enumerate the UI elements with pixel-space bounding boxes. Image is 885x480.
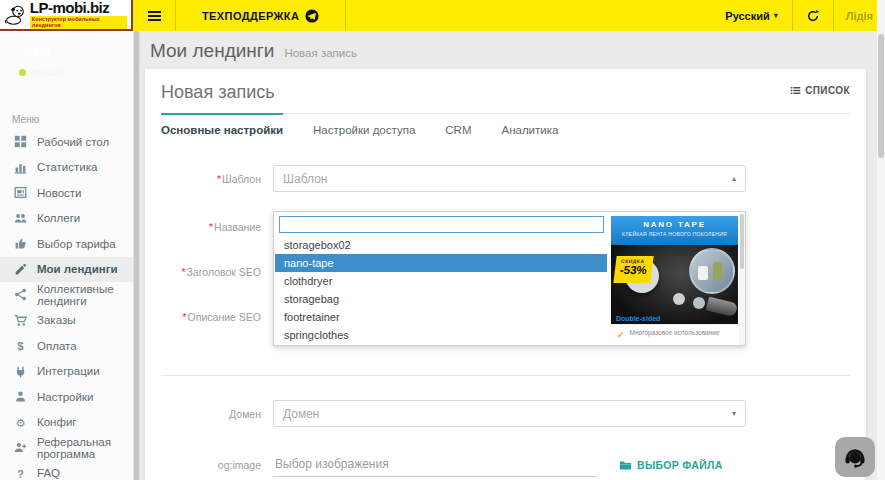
sidebar-menu-item[interactable]: FAQ: [0, 461, 133, 480]
breadcrumb: Мои лендинги Новая запись: [140, 31, 877, 69]
dropdown-scrollbar[interactable]: [739, 212, 745, 345]
main-content: Мои лендинги Новая запись Новая запись С…: [140, 31, 877, 480]
list-button-label: СПИСОК: [805, 85, 850, 96]
tape-roll-small: [693, 297, 705, 309]
sidebar-menu-item[interactable]: Заказы: [0, 308, 133, 334]
template-option[interactable]: storagebag: [275, 290, 607, 308]
sidebar-user-name: Лідія: [19, 44, 65, 58]
sidebar-item-label: Статистика: [37, 161, 97, 173]
template-option[interactable]: clothdryer: [275, 272, 607, 290]
plug-icon: [14, 365, 27, 378]
preview-feature-row: Многоразовое использование: [611, 324, 738, 340]
person-plus-icon: [14, 441, 27, 454]
template-options-list: storagebox02 nano-tape clothdryer storag…: [275, 236, 607, 344]
sidebar-menu-item[interactable]: Конфиг: [0, 410, 133, 436]
topbar-username: Лідія: [846, 10, 873, 22]
dog-logo-icon: [4, 3, 27, 27]
person-icon: [14, 390, 27, 403]
discount-badge: СКИДКА -53%: [613, 256, 653, 283]
thumb-icon: [14, 237, 27, 250]
template-dropdown: storagebox02 nano-tape clothdryer storag…: [273, 211, 746, 346]
sidebar-toggle-button[interactable]: [141, 0, 167, 31]
sidebar-item-label: Коллеги: [37, 212, 80, 224]
sidebar-menu-item[interactable]: Реферальная программа: [0, 435, 133, 461]
support-chat-widget[interactable]: [835, 437, 875, 477]
sidebar-item-label: Коллективные лендинги: [37, 283, 133, 307]
choose-file-button[interactable]: ВЫБОР ФАЙЛА: [619, 459, 723, 472]
sidebar-scrollbar[interactable]: [133, 31, 140, 480]
template-select[interactable]: Шаблон: [273, 165, 746, 192]
dollar-icon: [14, 339, 27, 352]
refresh-button[interactable]: [793, 0, 833, 31]
sidebar-menu-item[interactable]: Статистика: [0, 155, 133, 181]
folder-icon: [619, 459, 632, 472]
sidebar-item-label: Оплата: [37, 340, 77, 352]
sidebar-menu-item[interactable]: Интеграции: [0, 359, 133, 385]
preview-photo: СКИДКА -53% Double-sided: [611, 245, 738, 324]
chevron-down-icon: [774, 11, 778, 20]
menu-section-label: Меню: [0, 103, 133, 129]
og-image-input[interactable]: Выбор изображения: [273, 453, 597, 477]
sidebar-menu-item[interactable]: Оплата: [0, 333, 133, 359]
page-title: Мои лендинги: [150, 40, 274, 62]
check-icon: [617, 324, 625, 341]
people-icon: [14, 212, 27, 225]
online-status-dot: [19, 69, 26, 76]
name-field-label: *Название: [161, 221, 273, 233]
tab-bar: Основные настройки Настройки доступа CRM…: [161, 113, 850, 147]
og-image-field-label: og:image: [161, 459, 273, 471]
support-button[interactable]: ТЕХПОДДЕРЖКА: [176, 0, 345, 31]
sidebar-item-label: Выбор тарифа: [37, 238, 116, 250]
sidebar-menu-item[interactable]: Новости: [0, 180, 133, 206]
top-bar: LP-mobi.biz Конструктор мобильных лендин…: [0, 0, 885, 31]
dashboard-icon: [14, 135, 27, 148]
seo-title-field-label: *Заголовок SEO: [161, 266, 273, 278]
cart-icon: [14, 314, 27, 327]
chart-icon: [14, 161, 27, 174]
tab[interactable]: CRM: [445, 113, 471, 146]
share-icon: [14, 288, 27, 301]
sidebar-menu-item[interactable]: Рабочий стол: [0, 129, 133, 155]
sidebar-item-label: Конфиг: [37, 416, 77, 428]
sidebar-menu-item[interactable]: Коллективные лендинги: [0, 282, 133, 308]
sidebar-item-label: Интеграции: [37, 365, 100, 377]
template-search-input[interactable]: [279, 216, 604, 233]
domain-select[interactable]: Домен: [273, 400, 746, 427]
sidebar-menu-item[interactable]: Настройки: [0, 384, 133, 410]
support-label: ТЕХПОДДЕРЖКА: [202, 10, 299, 22]
telegram-icon: [305, 9, 319, 23]
language-label: Русский: [725, 10, 769, 22]
page-scrollbar[interactable]: [877, 0, 885, 480]
seo-desc-field-label: *Описание SEO: [161, 311, 273, 323]
language-selector[interactable]: Русский: [711, 0, 791, 31]
breadcrumb-sub: Новая запись: [284, 47, 357, 59]
list-button[interactable]: СПИСОК: [790, 85, 850, 96]
template-option[interactable]: storagebox02: [275, 236, 607, 254]
form-divider: [161, 375, 850, 376]
sidebar-item-label: Мои лендинги: [37, 263, 118, 275]
tab[interactable]: Настройки доступа: [313, 113, 415, 146]
template-option[interactable]: springclothes: [275, 326, 607, 344]
sidebar-user-panel: Лідія Онлайн: [0, 31, 133, 103]
sidebar-user-status: Онлайн: [31, 67, 65, 78]
sidebar-item-label: Настройки: [37, 391, 93, 403]
template-option[interactable]: footretainer: [275, 308, 607, 326]
tape-roll-small: [673, 293, 685, 305]
preview-header: NANO TAPE КЛЕЙКАЯ ЛЕНТА НОВОГО ПОКОЛЕНИЯ: [611, 216, 738, 245]
sidebar-menu-item[interactable]: Выбор тарифа: [0, 231, 133, 257]
sidebar-item-label: FAQ: [37, 467, 60, 479]
tab[interactable]: Аналитика: [501, 113, 558, 146]
template-option[interactable]: nano-tape: [275, 254, 607, 272]
tape-strip: [706, 297, 738, 318]
preview-subtitle: КЛЕЙКАЯ ЛЕНТА НОВОГО ПОКОЛЕНИЯ: [611, 231, 738, 237]
tab[interactable]: Основные настройки: [161, 113, 283, 146]
sidebar-menu-item[interactable]: Коллеги: [0, 206, 133, 232]
template-preview: NANO TAPE КЛЕЙКАЯ ЛЕНТА НОВОГО ПОКОЛЕНИЯ…: [611, 216, 738, 340]
domain-field-label: Домен: [161, 408, 273, 420]
app-logo[interactable]: LP-mobi.biz Конструктор мобильных лендин…: [0, 0, 133, 31]
logo-subtitle: Конструктор мобильных лендингов: [30, 16, 127, 29]
template-field-label: *Шаблон: [161, 173, 273, 185]
sidebar-item-label: Заказы: [37, 314, 75, 326]
preview-inset-photo: [689, 248, 735, 294]
sidebar-menu-item[interactable]: Мои лендинги: [0, 257, 133, 283]
